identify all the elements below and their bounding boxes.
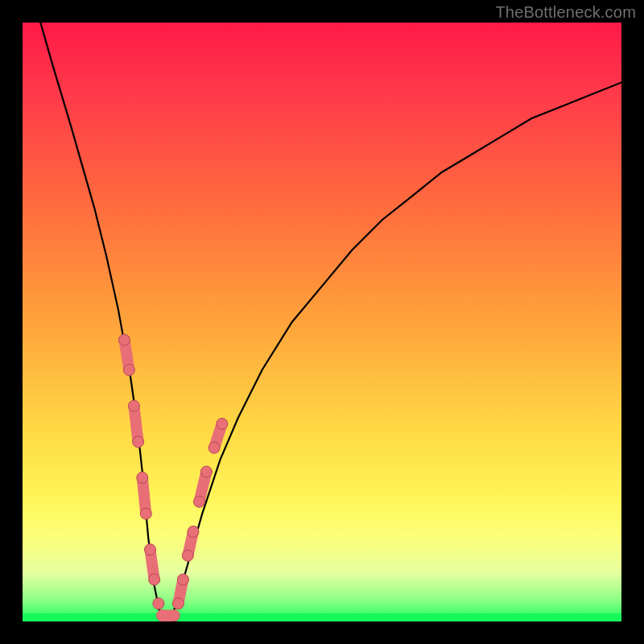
svg-point-18 bbox=[200, 466, 212, 477]
chart-frame: TheBottleneck.com bbox=[0, 0, 644, 644]
svg-point-0 bbox=[119, 334, 130, 345]
svg-point-16 bbox=[188, 526, 199, 537]
svg-point-8 bbox=[153, 598, 164, 609]
svg-point-14 bbox=[177, 574, 188, 585]
svg-point-19 bbox=[208, 442, 220, 453]
svg-point-13 bbox=[172, 598, 184, 609]
svg-point-2 bbox=[128, 400, 139, 411]
svg-point-4 bbox=[137, 472, 148, 483]
svg-point-17 bbox=[194, 496, 205, 507]
svg-point-5 bbox=[140, 508, 151, 519]
svg-point-15 bbox=[182, 550, 193, 561]
svg-point-20 bbox=[217, 419, 228, 430]
svg-point-6 bbox=[145, 544, 156, 555]
watermark-text: TheBottleneck.com bbox=[495, 3, 636, 22]
svg-point-7 bbox=[149, 574, 160, 585]
curve-svg bbox=[23, 23, 621, 621]
plot-area bbox=[23, 23, 621, 621]
bottleneck-curve bbox=[40, 23, 621, 621]
svg-point-1 bbox=[123, 365, 134, 376]
svg-point-3 bbox=[133, 436, 144, 448]
curve-markers bbox=[119, 334, 228, 621]
